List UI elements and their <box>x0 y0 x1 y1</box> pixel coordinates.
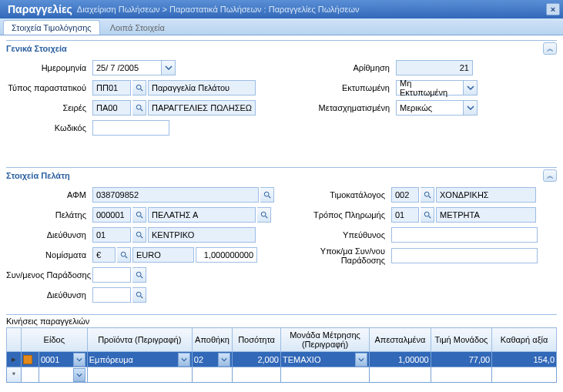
col-warehouse[interactable]: Αποθήκη <box>192 328 232 352</box>
vat-input[interactable] <box>92 187 259 203</box>
pricelist-desc-input[interactable] <box>436 187 536 203</box>
product-icon <box>23 355 32 364</box>
date-label: Ημερομηνία <box>6 63 91 72</box>
code-input[interactable] <box>92 120 169 136</box>
address2-label: Διεύθυνση <box>6 290 91 300</box>
series-code-input[interactable] <box>92 100 131 116</box>
svg-line-11 <box>140 236 142 239</box>
search-icon[interactable] <box>132 287 146 303</box>
chevron-down-icon[interactable] <box>162 60 176 75</box>
chevron-down-icon[interactable] <box>355 353 367 367</box>
content: Γενικά Στοιχεία ︽ Ημερομηνία Τύπος παρασ… <box>0 35 563 392</box>
tab-other[interactable]: Λοιπά Στοιχεία <box>102 20 173 35</box>
address-code-input[interactable] <box>92 227 131 243</box>
col-row-selector[interactable] <box>7 328 22 352</box>
payment-desc-input[interactable] <box>436 207 536 223</box>
search-icon[interactable] <box>132 80 146 95</box>
transformed-select[interactable]: Μερικώς <box>396 100 464 116</box>
col-net-value[interactable]: Καθαρή αξία <box>492 328 557 352</box>
svg-line-17 <box>140 297 142 299</box>
chevron-down-icon[interactable] <box>464 80 478 95</box>
row-indicator-icon[interactable]: ▸ <box>7 352 22 367</box>
address-desc-input[interactable] <box>148 227 256 243</box>
delivery-input[interactable] <box>92 267 131 283</box>
cell-product: Εμπόρευμα <box>89 355 133 364</box>
search-icon[interactable] <box>421 207 434 223</box>
printed-label: Εκτυπωμένη <box>310 83 394 92</box>
col-kind[interactable]: Είδος <box>21 328 87 352</box>
new-row-icon[interactable]: * <box>7 367 22 383</box>
address2-input[interactable] <box>92 287 131 303</box>
col-unit-price[interactable]: Τιμή Μονάδος <box>431 328 492 352</box>
customer-code-input[interactable] <box>92 207 131 223</box>
search-icon[interactable] <box>117 247 131 263</box>
search-icon[interactable] <box>260 187 274 203</box>
grid-title: Κινήσεις παραγγελιών <box>6 317 89 326</box>
delivery-label: Συν/μενος Παράδοσης <box>6 270 91 280</box>
numbering-label: Αρίθμηση <box>310 63 394 72</box>
close-icon[interactable]: × <box>546 3 560 15</box>
svg-line-1 <box>140 89 142 92</box>
svg-point-16 <box>136 292 141 297</box>
svg-point-12 <box>121 252 126 256</box>
currency-rate-input[interactable] <box>196 247 257 263</box>
chevron-down-icon[interactable] <box>178 353 190 367</box>
currency-label: Νομίσματα <box>6 250 91 260</box>
svg-point-14 <box>136 272 141 276</box>
search-icon[interactable] <box>421 187 434 203</box>
cell-net-value: 154,0 <box>533 355 555 364</box>
cell-unit-price: 77,00 <box>469 355 491 364</box>
doc-type-label: Τύπος παραστατικού <box>6 83 91 92</box>
svg-point-18 <box>424 192 429 196</box>
titlebar: Παραγγελίες Διαχείριση Πωλήσεων > Παραστ… <box>0 0 563 18</box>
svg-point-10 <box>136 232 141 236</box>
svg-point-0 <box>136 85 141 89</box>
chevron-down-icon[interactable] <box>73 353 85 367</box>
tabs: Στοιχεία Τιμολόγησης Λοιπά Στοιχεία <box>0 18 563 35</box>
series-desc-input[interactable] <box>148 100 256 116</box>
date-input[interactable] <box>92 60 162 75</box>
numbering-input[interactable] <box>396 60 473 75</box>
cell-kind: 0001 <box>41 355 59 364</box>
chevron-down-icon[interactable] <box>464 100 478 116</box>
doc-type-desc-input[interactable] <box>148 80 256 95</box>
svg-line-19 <box>428 196 431 198</box>
col-sent[interactable]: Απεσταλμένα <box>370 328 431 352</box>
tab-billing[interactable]: Στοιχεία Τιμολόγησης <box>3 20 100 35</box>
responsible-input[interactable] <box>391 227 538 243</box>
branch-input[interactable] <box>391 248 538 263</box>
svg-line-7 <box>140 216 142 219</box>
collapse-icon[interactable]: ︽ <box>543 42 557 55</box>
vat-label: ΑΦΜ <box>6 190 91 199</box>
chevron-down-icon[interactable] <box>73 368 85 382</box>
search-icon[interactable] <box>132 227 146 243</box>
col-unit[interactable]: Μονάδα Μέτρησης (Περιγραφή) <box>280 328 369 352</box>
printed-select[interactable]: Μη Εκτυπωμένη <box>396 80 464 95</box>
grid-table[interactable]: Είδος Προϊόντα (Περιγραφή) Αποθήκη Ποσότ… <box>6 327 557 383</box>
search-icon[interactable] <box>257 207 271 223</box>
svg-line-21 <box>428 216 431 219</box>
table-row-new[interactable]: * <box>7 367 557 383</box>
pricelist-code-input[interactable] <box>391 187 419 203</box>
svg-line-13 <box>125 256 127 259</box>
search-icon[interactable] <box>132 100 146 116</box>
search-icon[interactable] <box>132 267 146 283</box>
branch-label: Υποκ/μα Συν/νου Παράδοσης <box>305 246 390 265</box>
chevron-down-icon[interactable] <box>218 353 230 367</box>
grid-order-lines: Κινήσεις παραγγελιών Είδος Προϊόντα (Περ… <box>6 314 557 383</box>
doc-type-code-input[interactable] <box>92 80 131 95</box>
payment-code-input[interactable] <box>391 207 419 223</box>
col-product[interactable]: Προϊόντα (Περιγραφή) <box>87 328 192 352</box>
search-icon[interactable] <box>132 207 146 223</box>
transformed-label: Μετασχηματισμένη <box>310 103 394 112</box>
customer-desc-input[interactable] <box>148 207 256 223</box>
payment-label: Τρόπος Πληρωμής <box>305 210 390 219</box>
collapse-icon[interactable]: ︽ <box>543 169 557 182</box>
table-row[interactable]: ▸ 0001 Εμπόρευμα 02 2,000 ΤΕΜΑΧΙΟ 1,0000… <box>7 352 557 367</box>
currency-code-input[interactable] <box>92 247 116 263</box>
col-quantity[interactable]: Ποσότητα <box>233 328 281 352</box>
currency-desc-input[interactable] <box>132 247 194 263</box>
svg-point-2 <box>136 105 141 109</box>
code-label: Κωδικός <box>6 123 91 132</box>
svg-line-5 <box>268 196 270 198</box>
